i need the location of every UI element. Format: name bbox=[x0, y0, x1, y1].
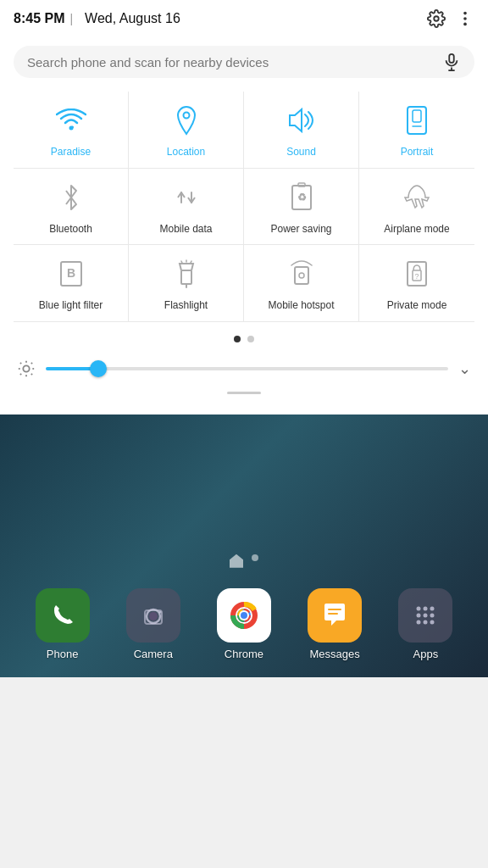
tile-power-saving[interactable]: ♻ Power saving bbox=[244, 169, 359, 246]
svg-rect-4 bbox=[449, 54, 454, 63]
svg-point-40 bbox=[149, 612, 158, 620]
app-phone[interactable]: Phone bbox=[36, 588, 90, 660]
tile-mobile-data[interactable]: Mobile data bbox=[129, 169, 244, 246]
svg-point-53 bbox=[430, 606, 435, 610]
brightness-slider[interactable] bbox=[46, 360, 448, 377]
svg-rect-20 bbox=[181, 270, 191, 284]
tile-portrait[interactable]: Portrait bbox=[359, 92, 474, 169]
svg-point-52 bbox=[424, 606, 428, 610]
tile-wifi[interactable]: Paradise bbox=[14, 92, 129, 169]
home-screen: Phone Camera bbox=[0, 415, 488, 677]
svg-rect-25 bbox=[295, 267, 308, 284]
svg-point-56 bbox=[430, 613, 435, 617]
tile-bluetooth[interactable]: Bluetooth bbox=[14, 169, 129, 246]
power-saving-icon: ♻ bbox=[283, 179, 320, 216]
svg-text:B: B bbox=[66, 266, 75, 280]
hotspot-icon bbox=[283, 255, 320, 292]
tile-portrait-label: Portrait bbox=[401, 146, 434, 159]
tile-airplane-label: Airplane mode bbox=[384, 223, 449, 236]
svg-text:?: ? bbox=[414, 272, 419, 281]
phone-icon bbox=[36, 588, 90, 643]
tile-private-label: Private mode bbox=[387, 299, 447, 313]
app-camera-label: Camera bbox=[134, 648, 173, 660]
svg-point-26 bbox=[299, 273, 304, 278]
mobile-data-icon bbox=[168, 179, 205, 216]
svg-point-51 bbox=[417, 606, 421, 610]
tile-sound[interactable]: Sound bbox=[244, 92, 359, 169]
blue-light-icon: B bbox=[53, 255, 90, 292]
app-apps[interactable]: Apps bbox=[398, 588, 452, 660]
portrait-icon bbox=[398, 102, 435, 139]
tile-hotspot[interactable]: Mobile hotspot bbox=[244, 245, 359, 322]
svg-point-7 bbox=[69, 126, 73, 131]
tile-power-saving-label: Power saving bbox=[270, 223, 331, 236]
app-messages[interactable]: Messages bbox=[308, 588, 362, 660]
airplane-icon bbox=[398, 179, 435, 216]
status-separator: | bbox=[69, 12, 73, 25]
svg-point-57 bbox=[417, 620, 421, 624]
status-icons bbox=[427, 9, 474, 28]
collapse-icon[interactable]: ⌄ bbox=[458, 359, 471, 378]
svg-line-33 bbox=[20, 363, 21, 364]
page-indicator bbox=[252, 554, 258, 561]
tile-location-label: Location bbox=[167, 146, 205, 159]
mic-icon[interactable] bbox=[442, 53, 461, 71]
svg-point-58 bbox=[424, 620, 428, 624]
flashlight-icon bbox=[168, 255, 205, 292]
brightness-icon bbox=[17, 359, 36, 378]
tile-airplane[interactable]: Airplane mode bbox=[359, 169, 474, 246]
more-icon[interactable] bbox=[456, 9, 474, 28]
bluetooth-icon bbox=[53, 179, 90, 216]
app-messages-label: Messages bbox=[310, 648, 360, 660]
tile-flashlight[interactable]: Flashlight bbox=[129, 245, 244, 322]
home-icon[interactable] bbox=[230, 554, 243, 568]
app-apps-label: Apps bbox=[413, 648, 439, 660]
settings-icon[interactable] bbox=[427, 9, 446, 28]
pagination-dots bbox=[14, 336, 474, 342]
tile-bluetooth-label: Bluetooth bbox=[49, 223, 92, 236]
svg-point-48 bbox=[241, 612, 247, 619]
svg-point-59 bbox=[430, 620, 435, 624]
location-icon bbox=[168, 102, 205, 139]
status-date: Wed, August 16 bbox=[85, 11, 180, 26]
svg-text:♻: ♻ bbox=[297, 192, 306, 203]
svg-line-37 bbox=[20, 374, 21, 375]
private-icon: ? bbox=[398, 255, 435, 292]
tile-flashlight-label: Flashlight bbox=[164, 299, 208, 313]
status-bar: 8:45 PM | Wed, August 16 bbox=[0, 0, 488, 37]
app-chrome[interactable]: Chrome bbox=[217, 588, 271, 660]
svg-marker-9 bbox=[290, 109, 302, 131]
drag-handle[interactable] bbox=[227, 392, 261, 394]
tiles-row-1: Paradise Location Sound bbox=[14, 92, 474, 322]
sound-icon bbox=[283, 102, 320, 139]
apps-icon bbox=[398, 588, 452, 643]
svg-point-1 bbox=[463, 12, 467, 15]
app-phone-label: Phone bbox=[47, 648, 79, 660]
svg-line-38 bbox=[31, 363, 32, 364]
svg-point-2 bbox=[463, 17, 467, 20]
tile-hotspot-label: Mobile hotspot bbox=[268, 299, 334, 313]
app-camera[interactable]: Camera bbox=[126, 588, 180, 660]
dot-1[interactable] bbox=[234, 336, 241, 342]
status-time: 8:45 PM bbox=[14, 11, 64, 26]
search-bar[interactable] bbox=[14, 46, 474, 78]
svg-point-0 bbox=[434, 16, 439, 21]
search-input[interactable] bbox=[27, 55, 442, 70]
dot-2[interactable] bbox=[247, 336, 254, 342]
tile-location[interactable]: Location bbox=[129, 92, 244, 169]
tile-sound-label: Sound bbox=[286, 146, 316, 159]
svg-point-42 bbox=[158, 610, 161, 613]
app-chrome-label: Chrome bbox=[225, 648, 263, 660]
tile-blue-light[interactable]: B Blue light filter bbox=[14, 245, 129, 322]
svg-point-30 bbox=[23, 365, 29, 371]
tile-mobile-data-label: Mobile data bbox=[159, 223, 212, 236]
quick-settings-panel: Paradise Location Sound bbox=[0, 37, 488, 415]
messages-icon bbox=[308, 588, 362, 643]
tile-private[interactable]: ? Private mode bbox=[359, 245, 474, 322]
svg-line-34 bbox=[31, 374, 32, 375]
svg-line-24 bbox=[191, 261, 191, 263]
svg-rect-11 bbox=[413, 110, 421, 122]
svg-point-3 bbox=[463, 23, 467, 26]
app-dock: Phone Camera bbox=[0, 578, 488, 677]
svg-point-8 bbox=[183, 113, 189, 119]
